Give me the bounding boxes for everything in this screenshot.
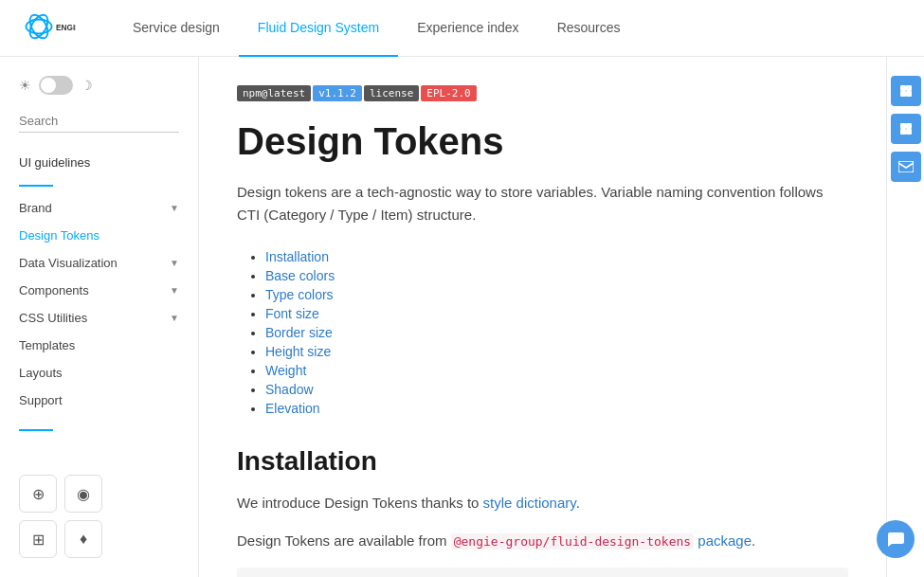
sidebar-item-components[interactable]: Components ▼ xyxy=(0,277,198,304)
svg-point-2 xyxy=(27,12,51,42)
installation-title: Installation xyxy=(237,446,848,477)
svg-rect-8 xyxy=(900,123,906,129)
page-description: Design tokens are a tech-agnostic way to… xyxy=(237,181,848,226)
chevron-down-icon: ▼ xyxy=(170,258,179,268)
sidebar-item-css-utilities[interactable]: CSS Utilities ▼ xyxy=(0,304,198,332)
right-icon-1[interactable] xyxy=(891,76,921,106)
nav-fluid-design[interactable]: Fluid Design System xyxy=(239,0,398,57)
toc-link-elevation[interactable]: Elevation xyxy=(265,401,320,416)
installation-description: We introduce Design Tokens thanks to sty… xyxy=(237,492,848,514)
toc-item-installation: Installation xyxy=(265,249,848,264)
right-sidebar xyxy=(886,57,924,577)
sidebar-item-support[interactable]: Support xyxy=(0,387,198,414)
svg-rect-6 xyxy=(900,91,906,97)
logo[interactable]: ENGIE xyxy=(19,8,76,48)
sidebar-divider xyxy=(19,185,53,187)
toc-item-base-colors: Base colors xyxy=(265,268,848,283)
toc-item-weight: Weight xyxy=(265,363,848,378)
toc-list: Installation Base colors Type colors Fon… xyxy=(237,249,848,416)
toc-item-shadow: Shadow xyxy=(265,382,848,397)
toc-link-shadow[interactable]: Shadow xyxy=(265,382,314,397)
sidebar-item-brand[interactable]: Brand ▼ xyxy=(0,194,198,222)
svg-text:ENGIE: ENGIE xyxy=(56,24,76,32)
svg-rect-5 xyxy=(906,85,912,91)
sidebar-item-layouts[interactable]: Layouts xyxy=(0,359,198,387)
package-code: @engie-group/fluid-design-tokens xyxy=(451,533,694,550)
toc-link-border-size[interactable]: Border size xyxy=(265,325,333,340)
main-content: npm@latest v1.1.2 license EPL-2.0 Design… xyxy=(199,57,886,577)
sidebar-item-design-tokens[interactable]: Design Tokens xyxy=(0,222,198,249)
badge-license: license xyxy=(364,85,419,101)
sidebar-item-data-visualization[interactable]: Data Visualization ▼ xyxy=(0,249,198,277)
svg-rect-11 xyxy=(906,129,912,135)
page-title: Design Tokens xyxy=(237,120,848,162)
toc-item-height-size: Height size xyxy=(265,344,848,359)
toc-link-font-size[interactable]: Font size xyxy=(265,306,319,321)
icon-row-1: ⊕ ◉ xyxy=(19,475,179,513)
icon-btn-1[interactable]: ⊕ xyxy=(19,475,57,513)
icon-row-2: ⊞ ♦ xyxy=(19,520,179,558)
layout: ☀ ☽ UI guidelines Brand ▼ Design Tokens … xyxy=(0,57,924,577)
installation-description-2: Design Tokens are available from @engie-… xyxy=(237,530,848,552)
nav-experience-index[interactable]: Experience index xyxy=(398,0,537,57)
toc-link-installation[interactable]: Installation xyxy=(265,249,329,264)
badge-version: v1.1.2 xyxy=(313,85,362,101)
theme-toggle-switch[interactable] xyxy=(39,76,73,95)
icon-btn-4[interactable]: ♦ xyxy=(64,520,102,558)
toc-item-type-colors: Type colors xyxy=(265,287,848,302)
badge-epl: EPL-2.0 xyxy=(421,85,476,101)
right-icon-2[interactable] xyxy=(891,114,921,144)
toc-item-elevation: Elevation xyxy=(265,401,848,416)
toc-item-font-size: Font size xyxy=(265,306,848,321)
sidebar-divider-bottom xyxy=(19,429,53,431)
toc-link-type-colors[interactable]: Type colors xyxy=(265,287,334,302)
chevron-down-icon: ▼ xyxy=(170,203,179,213)
topnav: ENGIE Service design Fluid Design System… xyxy=(0,0,924,57)
toc-item-border-size: Border size xyxy=(265,325,848,340)
nav-service-design[interactable]: Service design xyxy=(114,0,239,57)
code-block: Copy npm install @engie-group/fluid-desi… xyxy=(237,568,848,577)
icon-btn-3[interactable]: ⊞ xyxy=(19,520,57,558)
style-dictionary-link[interactable]: style dictionary xyxy=(483,495,576,511)
svg-rect-9 xyxy=(906,123,912,129)
toc-link-weight[interactable]: Weight xyxy=(265,363,306,378)
search-input[interactable] xyxy=(19,110,179,133)
right-icon-chat[interactable] xyxy=(877,520,915,558)
svg-rect-12 xyxy=(898,161,914,172)
chevron-down-icon: ▼ xyxy=(170,285,179,296)
right-icon-mail[interactable] xyxy=(891,152,921,182)
nav-links: Service design Fluid Design System Exper… xyxy=(114,0,905,57)
sidebar-item-templates[interactable]: Templates xyxy=(0,332,198,359)
moon-icon: ☽ xyxy=(81,78,93,93)
badge-npm: npm@latest xyxy=(237,85,311,101)
badges-row: npm@latest v1.1.2 license EPL-2.0 xyxy=(237,85,848,101)
nav-resources[interactable]: Resources xyxy=(538,0,640,57)
icon-btn-2[interactable]: ◉ xyxy=(64,475,102,513)
ui-guidelines-label: UI guidelines xyxy=(0,148,198,177)
sun-icon: ☀ xyxy=(19,78,31,93)
chevron-down-icon: ▼ xyxy=(170,313,179,323)
toc-link-base-colors[interactable]: Base colors xyxy=(265,268,335,283)
sidebar-bottom-icons: ⊕ ◉ ⊞ ♦ xyxy=(0,460,198,558)
sidebar: ☀ ☽ UI guidelines Brand ▼ Design Tokens … xyxy=(0,57,199,577)
svg-rect-7 xyxy=(906,91,912,97)
svg-rect-4 xyxy=(900,85,906,91)
theme-toggle-row: ☀ ☽ xyxy=(0,76,198,110)
search-container xyxy=(0,110,198,148)
toc-link-height-size[interactable]: Height size xyxy=(265,344,331,359)
package-link[interactable]: package xyxy=(698,532,752,549)
svg-rect-10 xyxy=(900,129,906,135)
